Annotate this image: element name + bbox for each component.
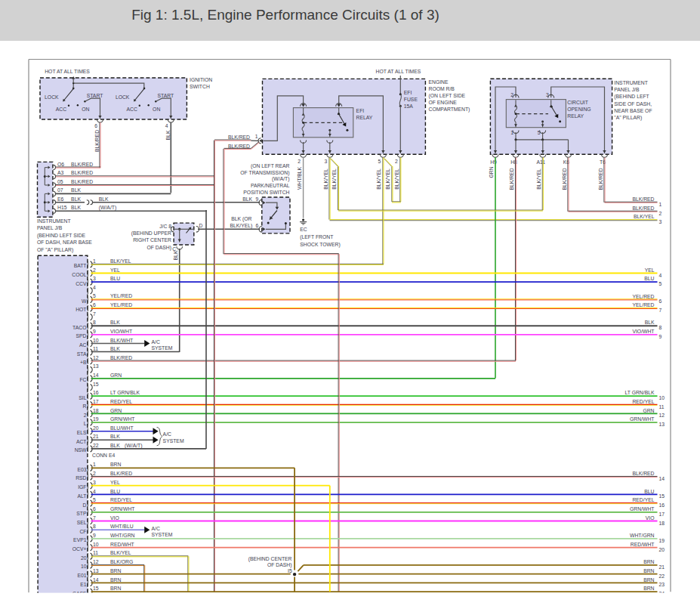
svg-text:RELAY: RELAY <box>567 113 584 119</box>
svg-text:16: 16 <box>659 502 665 508</box>
svg-text:2: 2 <box>298 159 301 164</box>
svg-text:RSD: RSD <box>76 475 86 481</box>
svg-text:BLK/YEL: BLK/YEL <box>110 550 131 555</box>
svg-text:OF DASH, NEAR BASE: OF DASH, NEAR BASE <box>37 240 92 245</box>
svg-text:(ON LEFT REAR: (ON LEFT REAR <box>251 163 290 169</box>
svg-text:BLK/YEL: BLK/YEL <box>385 168 390 190</box>
svg-text:8: 8 <box>659 325 662 330</box>
svg-text:NEAR BASE OF: NEAR BASE OF <box>614 108 652 113</box>
svg-text:STP: STP <box>76 511 87 516</box>
svg-text:SWITCH: SWITCH <box>190 84 210 89</box>
svg-text:20: 20 <box>93 425 99 431</box>
svg-text:ENGINE: ENGINE <box>429 79 449 85</box>
svg-text:START: START <box>87 93 103 98</box>
svg-text:RED/YEL: RED/YEL <box>110 399 132 404</box>
svg-text:8: 8 <box>93 524 96 529</box>
svg-text:10: 10 <box>93 338 99 343</box>
svg-text:WHT/BLK: WHT/BLK <box>297 166 302 190</box>
svg-text:BLK/RED: BLK/RED <box>632 471 654 476</box>
svg-text:BLK: BLK <box>110 434 120 439</box>
svg-text:1: 1 <box>93 258 96 264</box>
svg-text:A3: A3 <box>57 170 64 175</box>
svg-text:13: 13 <box>93 568 99 573</box>
svg-text:Fig 1: 1.5L, Engine Performanc: Fig 1: 1.5L, Engine Performance Circuits… <box>131 7 439 23</box>
svg-text:BLU: BLU <box>644 276 654 281</box>
svg-text:15: 15 <box>659 493 665 499</box>
svg-text:BLK/RED: BLK/RED <box>71 170 93 175</box>
svg-text:05: 05 <box>57 179 63 184</box>
svg-text:SPD: SPD <box>76 333 87 339</box>
svg-text:BLK/YEL: BLK/YEL <box>376 168 381 190</box>
svg-text:9: 9 <box>256 196 259 202</box>
svg-text:R: R <box>83 403 87 409</box>
svg-text:(W/A/T): (W/A/T) <box>272 176 289 182</box>
svg-text:(LEFT FRONT: (LEFT FRONT <box>300 234 333 240</box>
svg-text:WHT/GRN: WHT/GRN <box>110 533 135 538</box>
svg-text:ACC: ACC <box>56 107 66 112</box>
svg-text:SYSTEM: SYSTEM <box>152 345 173 351</box>
svg-text:COMPARTMENT): COMPARTMENT) <box>429 107 470 113</box>
svg-text:(BEHIND UPPER: (BEHIND UPPER <box>131 230 171 236</box>
svg-text:GRN: GRN <box>489 166 494 178</box>
svg-text:BLU: BLU <box>110 276 120 281</box>
svg-text:E01: E01 <box>77 573 86 578</box>
svg-text:BRN: BRN <box>110 462 121 467</box>
svg-text:BLK/YEL: BLK/YEL <box>394 168 399 190</box>
svg-text:2: 2 <box>93 471 96 476</box>
svg-text:12: 12 <box>93 559 99 564</box>
svg-text:PARK/NEUTRAL: PARK/NEUTRAL <box>251 183 290 188</box>
svg-text:6: 6 <box>93 302 96 308</box>
svg-text:10: 10 <box>81 564 87 569</box>
svg-text:I5: I5 <box>288 568 292 573</box>
svg-text:START: START <box>158 93 174 98</box>
svg-text:RED/YEL: RED/YEL <box>110 497 132 502</box>
svg-text:BLK/RED: BLK/RED <box>598 168 603 190</box>
svg-text:15A: 15A <box>404 104 414 109</box>
svg-text:HOT AT ALL TIMES: HOT AT ALL TIMES <box>376 69 421 74</box>
svg-text:BLK (OR: BLK (OR <box>231 216 251 222</box>
svg-text:YEL/RED: YEL/RED <box>110 293 132 298</box>
svg-text:BLK: BLK <box>71 187 81 193</box>
svg-text:4: 4 <box>93 489 96 494</box>
svg-text:BLU: BLU <box>110 489 120 494</box>
svg-text:BLK/YEL: BLK/YEL <box>634 214 655 219</box>
svg-text:BLK/RED: BLK/RED <box>94 130 100 152</box>
svg-text:COOL: COOL <box>72 272 86 277</box>
svg-text:BRN: BRN <box>110 577 121 583</box>
svg-text:YEL/RED: YEL/RED <box>632 294 654 299</box>
svg-text:VIO/WHT: VIO/WHT <box>632 329 654 334</box>
svg-text:(BEHIND LEFT SIDE: (BEHIND LEFT SIDE <box>37 233 86 239</box>
svg-text:AC: AC <box>79 342 87 348</box>
svg-text:4: 4 <box>93 285 96 290</box>
svg-text:ACT: ACT <box>76 439 87 444</box>
svg-text:YEL/RED: YEL/RED <box>110 302 132 308</box>
svg-text:CONN E4: CONN E4 <box>92 453 115 458</box>
svg-text:+B: +B <box>80 360 87 365</box>
svg-text:BLK: BLK <box>165 130 171 140</box>
svg-text:GRN/WHT: GRN/WHT <box>630 506 654 512</box>
svg-text:BRN: BRN <box>110 568 121 573</box>
svg-text:POSITION SWITCH: POSITION SWITCH <box>243 190 289 195</box>
svg-text:3: 3 <box>659 219 662 224</box>
svg-text:7: 7 <box>93 311 96 317</box>
svg-text:1: 1 <box>510 130 513 135</box>
svg-text:2: 2 <box>395 159 398 164</box>
svg-text:SYSTEM: SYSTEM <box>163 438 184 444</box>
svg-text:23: 23 <box>659 582 665 587</box>
svg-text:IGF: IGF <box>78 484 86 490</box>
svg-text:7: 7 <box>659 308 662 313</box>
svg-text:INSTRUMENT: INSTRUMENT <box>37 218 71 224</box>
svg-text:11: 11 <box>659 404 665 410</box>
svg-text:BLK: BLK <box>71 205 81 210</box>
svg-text:15: 15 <box>93 382 99 387</box>
svg-text:SEL: SEL <box>77 520 87 525</box>
svg-text:GRN/WHT: GRN/WHT <box>110 416 134 422</box>
svg-text:RIGHT CENTER: RIGHT CENTER <box>133 237 171 243</box>
svg-text:RED/WHT: RED/WHT <box>110 542 134 547</box>
svg-text:RED/WHT: RED/WHT <box>631 542 655 547</box>
svg-text:1: 1 <box>659 202 662 207</box>
svg-text:OCV+: OCV+ <box>72 546 87 552</box>
svg-text:BRN: BRN <box>643 586 654 591</box>
svg-text:LOCK: LOCK <box>45 94 59 100</box>
svg-text:OF DASH): OF DASH) <box>147 245 171 251</box>
